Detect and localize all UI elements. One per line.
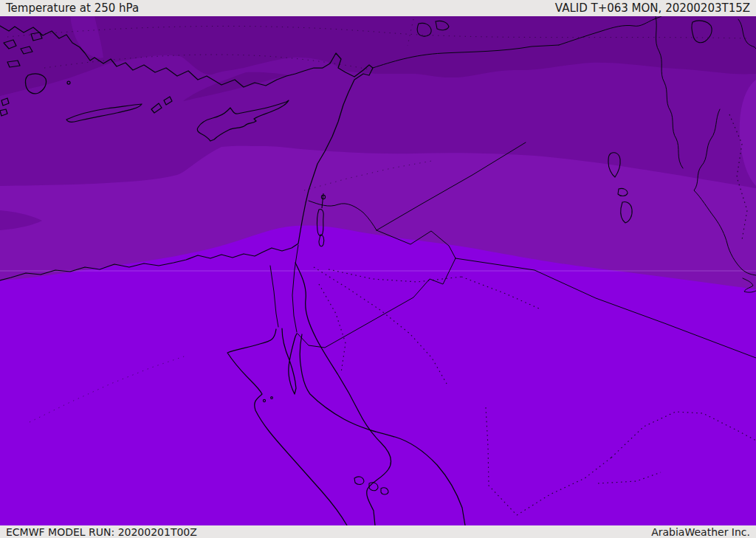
footer-bar: ECMWF MODEL RUN: 20200201T00Z ArabiaWeat… (0, 525, 756, 538)
valid-time-label: VALID T+063 MON, 20200203T15Z (555, 1, 750, 15)
model-run-label: ECMWF MODEL RUN: 20200201T00Z (6, 526, 197, 538)
weather-map-window: Temperature at 250 hPa VALID T+063 MON, … (0, 0, 756, 538)
weather-map (0, 0, 756, 538)
header-bar: Temperature at 250 hPa VALID T+063 MON, … (0, 0, 756, 16)
page-title: Temperature at 250 hPa (6, 1, 139, 15)
credit-label: ArabiaWeather Inc. (651, 526, 750, 538)
